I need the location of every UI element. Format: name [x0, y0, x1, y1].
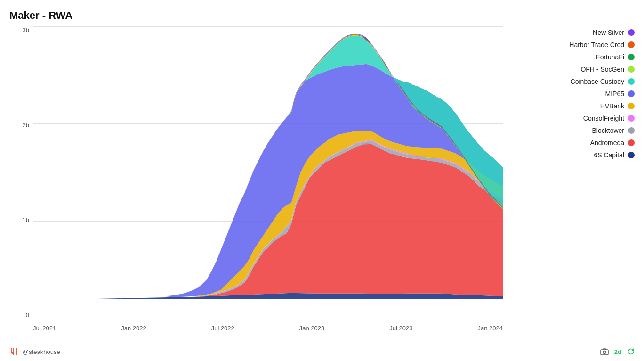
branding: @steakhouse	[9, 348, 60, 355]
legend-item-6s-capital: 6S Capital	[507, 151, 635, 159]
legend-label-harbor-trade: Harbor Trade Cred	[569, 41, 624, 49]
legend-label-andromeda: Andromeda	[590, 139, 624, 147]
legend-dot-mip65	[628, 90, 635, 97]
legend-item-consolfreight: ConsolFreight	[507, 115, 635, 122]
y-label-2b: 2b	[23, 122, 29, 129]
legend-label-ofh-socgen: OFH - SocGen	[580, 66, 624, 73]
x-label-jan2024: Jan 2024	[477, 325, 503, 332]
legend-item-hvbank: HVBank	[507, 102, 635, 110]
legend-label-consolfreight: ConsolFreight	[583, 115, 624, 122]
legend-label-6s-capital: 6S Capital	[594, 151, 624, 159]
legend-item-fortunafi: FortunaFi	[507, 53, 635, 61]
branding-text: @steakhouse	[23, 348, 60, 355]
legend-dot-new-silver	[628, 29, 635, 36]
legend-dot-harbor-trade	[628, 41, 635, 48]
camera-icon[interactable]	[600, 348, 609, 355]
footer-controls: 2d	[600, 348, 635, 355]
x-label-jul2021: Jul 2021	[33, 325, 56, 332]
legend-item-mip65: MIP65	[507, 90, 635, 98]
y-axis: 3b 2b 1b 0	[9, 26, 33, 319]
refresh-icon[interactable]	[627, 348, 635, 355]
x-label-jan2022: Jan 2022	[121, 325, 146, 332]
footer: @steakhouse 2d	[9, 348, 635, 355]
legend-dot-fortunafi	[628, 54, 635, 60]
legend-dot-consolfreight	[628, 115, 635, 122]
legend-item-harbor-trade: Harbor Trade Cred	[507, 41, 635, 49]
svg-point-2	[603, 351, 606, 354]
legend-dot-andromeda	[628, 139, 635, 146]
y-label-0: 0	[26, 312, 29, 319]
x-label-jan2023: Jan 2023	[299, 325, 325, 332]
chart-legend: New Silver Harbor Trade Cred FortunaFi O…	[507, 26, 635, 159]
y-label-1b: 1b	[23, 216, 29, 223]
legend-item-blocktower: Blocktower	[507, 127, 635, 134]
timeframe-button[interactable]: 2d	[614, 348, 621, 355]
legend-dot-ofh-socgen	[628, 66, 635, 73]
legend-item-new-silver: New Silver	[507, 29, 635, 36]
legend-label-fortunafi: FortunaFi	[596, 53, 624, 61]
page-title: Maker - RWA	[9, 9, 635, 22]
svg-rect-1	[601, 350, 608, 355]
x-axis: Jul 2021 Jan 2022 Jul 2022 Jan 2023 Jul …	[33, 319, 503, 337]
legend-dot-hvbank	[628, 103, 635, 109]
stacked-area-chart	[33, 26, 503, 299]
legend-label-hvbank: HVBank	[600, 102, 624, 110]
legend-dot-blocktower	[628, 127, 635, 134]
legend-dot-6s-capital	[628, 152, 635, 158]
legend-item-ofh-socgen: OFH - SocGen	[507, 66, 635, 73]
chart-container: 3b 2b 1b 0	[9, 26, 635, 337]
y-label-3b: 3b	[23, 26, 29, 33]
legend-label-mip65: MIP65	[605, 90, 624, 98]
legend-label-new-silver: New Silver	[593, 29, 624, 36]
legend-label-coinbase-custody: Coinbase Custody	[571, 78, 624, 85]
x-label-jul2022: Jul 2022	[211, 325, 234, 332]
chart-area: 3b 2b 1b 0	[9, 26, 503, 337]
legend-item-coinbase-custody: Coinbase Custody	[507, 78, 635, 85]
legend-dot-coinbase-custody	[628, 78, 635, 85]
legend-label-blocktower: Blocktower	[592, 127, 624, 134]
steakhouse-logo-icon	[9, 348, 19, 355]
legend-item-andromeda: Andromeda	[507, 139, 635, 147]
x-label-jul2023: Jul 2023	[389, 325, 412, 332]
